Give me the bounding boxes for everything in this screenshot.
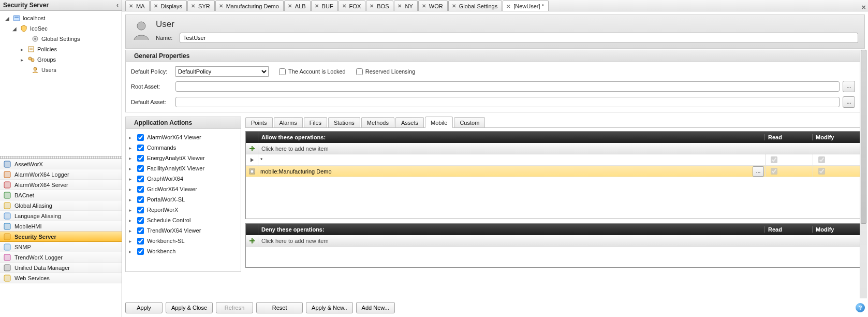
tree-node-localhost[interactable]: ◢ localhost [4, 13, 122, 23]
application-action-item[interactable]: ▸EnergyAnalytiX Viewer [129, 153, 238, 163]
expander-icon[interactable]: ▸ [129, 218, 135, 223]
application-action-item[interactable]: ▸TrendWorX64 Viewer [129, 225, 238, 236]
close-tab-icon[interactable]: ✕ [398, 3, 402, 9]
expander-icon[interactable]: ▸ [129, 186, 135, 192]
permission-tab[interactable]: Points [245, 117, 273, 127]
document-tab[interactable]: ✕NY [394, 1, 417, 11]
application-action-item[interactable]: ▸Commands [129, 142, 238, 153]
permission-tab[interactable]: Alarms [274, 117, 303, 127]
close-tab-icon[interactable]: ✕ [288, 3, 292, 9]
close-tab-icon[interactable]: ✕ [506, 4, 510, 9]
permission-tab[interactable]: Custom [454, 117, 485, 127]
expander-icon[interactable]: ▸ [129, 166, 135, 171]
tree-node-groups[interactable]: ▸ Groups [4, 54, 122, 65]
root-asset-browse-button[interactable]: ... [843, 81, 855, 92]
application-action-checkbox[interactable] [137, 145, 144, 151]
close-tab-icon[interactable]: ✕ [370, 3, 374, 9]
document-tab[interactable]: ✕BOS [366, 1, 393, 11]
read-checkbox[interactable] [771, 168, 777, 175]
close-tab-icon[interactable]: ✕ [154, 3, 158, 9]
application-action-item[interactable]: ▸GraphWorX64 [129, 174, 238, 184]
application-action-item[interactable]: ▸AlarmWorX64 Viewer [129, 132, 238, 142]
close-tab-icon[interactable]: ✕ [315, 3, 319, 9]
expander-icon[interactable]: ▸ [129, 238, 135, 244]
expander-icon[interactable]: ▸ [129, 249, 135, 254]
module-nav-item[interactable]: Security Server [0, 232, 122, 242]
application-action-checkbox[interactable] [137, 227, 144, 234]
document-tab[interactable]: ✕Global Settings [448, 1, 503, 11]
account-locked-checkbox[interactable] [279, 68, 286, 75]
close-all-tabs-icon[interactable]: ✕ [859, 4, 868, 11]
application-action-checkbox[interactable] [137, 165, 144, 172]
application-action-checkbox[interactable] [137, 155, 144, 162]
expander-icon[interactable]: ◢ [4, 16, 10, 21]
application-action-item[interactable]: ▸Workbench-SL [129, 236, 238, 246]
close-tab-icon[interactable]: ✕ [342, 3, 346, 9]
module-nav-item[interactable]: Unified Data Manager [0, 263, 122, 273]
application-action-checkbox[interactable] [137, 207, 144, 213]
permission-tab[interactable]: Mobile [425, 117, 453, 128]
application-action-item[interactable]: ▸PortalWorX-SL [129, 194, 238, 205]
row-selector-icon[interactable] [246, 166, 258, 177]
operation-value-input[interactable] [258, 166, 752, 177]
read-checkbox[interactable] [771, 156, 777, 163]
root-asset-input[interactable] [175, 81, 840, 92]
apply-button[interactable]: Apply [125, 302, 163, 313]
module-nav-item[interactable]: AlarmWorX64 Logger [0, 169, 122, 180]
expander-icon[interactable]: ▸ [129, 228, 135, 234]
collapse-panel-icon[interactable]: ‹ [116, 2, 119, 9]
expander-icon[interactable]: ▸ [19, 47, 25, 52]
document-tab[interactable]: ✕ALB [284, 1, 311, 11]
close-tab-icon[interactable]: ✕ [129, 3, 133, 9]
help-icon[interactable]: ? [856, 303, 865, 312]
document-tab[interactable]: ✕Manufacturing Demo [215, 1, 284, 11]
operation-browse-button[interactable]: ... [753, 166, 764, 177]
module-nav-item[interactable]: Global Aliasing [0, 200, 122, 211]
application-action-checkbox[interactable] [137, 176, 144, 182]
close-tab-icon[interactable]: ✕ [422, 3, 426, 9]
application-action-checkbox[interactable] [137, 238, 144, 244]
operation-value-input[interactable] [258, 154, 765, 165]
user-name-input[interactable] [180, 33, 858, 43]
close-tab-icon[interactable]: ✕ [219, 3, 223, 9]
allow-add-new-row[interactable]: Click here to add new item [246, 143, 860, 154]
apply-new-button[interactable]: Apply & New.. [306, 302, 352, 313]
permission-tab[interactable]: Assets [395, 117, 424, 127]
tree-node-policies[interactable]: ▸ Policies [4, 44, 122, 54]
expander-icon[interactable]: ▸ [129, 197, 135, 203]
application-action-checkbox[interactable] [137, 196, 144, 203]
tree-node-users[interactable]: Users [4, 65, 122, 75]
default-asset-browse-button[interactable]: ... [843, 96, 855, 108]
document-tab[interactable]: ✕[NewUser] * [503, 1, 549, 11]
close-tab-icon[interactable]: ✕ [191, 3, 195, 9]
expander-icon[interactable]: ▸ [129, 135, 135, 140]
add-new-button[interactable]: Add New... [356, 302, 395, 313]
expander-icon[interactable]: ▸ [129, 155, 135, 161]
application-action-checkbox[interactable] [137, 217, 144, 224]
module-nav-item[interactable]: SNMP [0, 242, 122, 252]
vertical-scrollbar[interactable] [860, 50, 867, 298]
reset-button[interactable]: Reset [256, 302, 303, 313]
row-selector-icon[interactable] [246, 154, 258, 165]
expander-icon[interactable]: ▸ [19, 57, 25, 63]
modify-checkbox[interactable] [818, 168, 825, 175]
application-action-checkbox[interactable] [137, 186, 144, 193]
module-nav-item[interactable]: MobileHMI [0, 221, 122, 232]
document-tab[interactable]: ✕BUF [311, 1, 338, 11]
application-action-checkbox[interactable] [137, 134, 144, 141]
module-nav-item[interactable]: Web Services [0, 273, 122, 283]
permission-tab[interactable]: Files [304, 117, 327, 127]
application-action-item[interactable]: ▸FacilityAnalytiX Viewer [129, 163, 238, 174]
allow-operation-row[interactable]: ... [246, 166, 860, 177]
document-tab[interactable]: ✕MA [125, 1, 150, 11]
tree-node-icosec[interactable]: ◢ IcoSec [4, 23, 122, 34]
expander-icon[interactable]: ◢ [11, 26, 18, 32]
module-nav-item[interactable]: Language Aliasing [0, 211, 122, 221]
module-nav-item[interactable]: BACnet [0, 190, 122, 200]
application-action-item[interactable]: ▸Workbench [129, 246, 238, 256]
apply-close-button[interactable]: Apply & Close [166, 302, 213, 313]
application-action-checkbox[interactable] [137, 248, 144, 255]
permission-tab[interactable]: Stations [328, 117, 360, 127]
modify-checkbox[interactable] [818, 156, 825, 163]
reserved-licensing-checkbox[interactable] [356, 68, 363, 75]
